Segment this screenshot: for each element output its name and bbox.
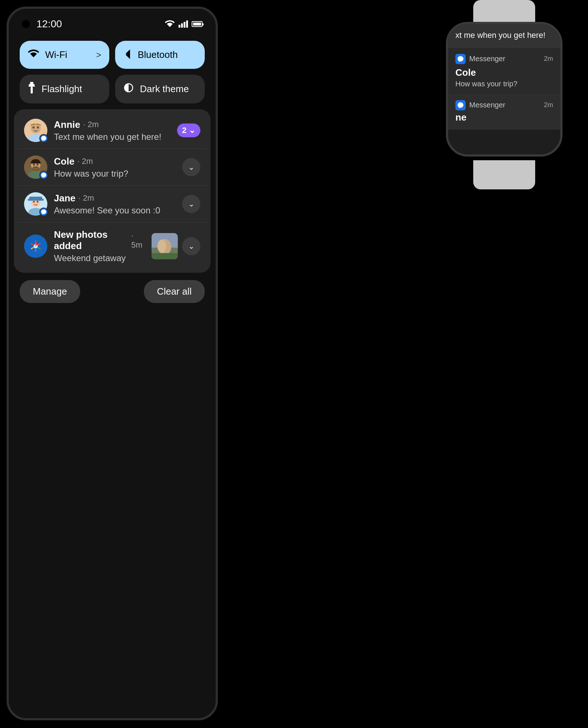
- phone-screen: 12:00: [9, 9, 216, 718]
- photos-thumbnail: [152, 233, 178, 259]
- svg-line-22: [38, 243, 40, 245]
- battery-icon: [192, 21, 203, 27]
- jane-message: Awesome! See you soon :0: [54, 205, 176, 216]
- annie-sender: Annie: [54, 119, 80, 130]
- flashlight-tile-icon: [28, 82, 36, 96]
- watch-band-bottom: [473, 160, 535, 189]
- cole-message: How was your trip?: [54, 169, 176, 179]
- svg-point-30: [157, 240, 166, 253]
- wifi-arrow-icon: >: [96, 50, 101, 60]
- phone-device: 12:00: [7, 7, 218, 720]
- notification-annie[interactable]: Annie · 2m Text me when you get here! 2 …: [17, 112, 208, 149]
- svg-line-26: [31, 243, 34, 245]
- cole-messenger-badge: [39, 171, 48, 180]
- photos-sender: New photos added: [54, 229, 128, 252]
- jane-notif-content: Jane · 2m Awesome! See you soon :0: [54, 193, 176, 216]
- watch-bottom-app-name: Messenger: [469, 101, 540, 109]
- watch-bottom-notification[interactable]: Messenger 2m ne: [448, 95, 560, 130]
- watch-top-message: xt me when you get here!: [455, 30, 553, 41]
- watch-main-notification[interactable]: Messenger 2m Cole How was your trip?: [448, 47, 560, 95]
- wifi-tile-icon: [28, 49, 39, 61]
- notification-cole[interactable]: Cole · 2m How was your trip? ⌄: [17, 149, 208, 186]
- jane-notif-header: Jane · 2m: [54, 193, 176, 204]
- dark-theme-tile-icon: [123, 82, 134, 96]
- bluetooth-tile-icon: [123, 48, 132, 62]
- svg-point-12: [32, 166, 39, 170]
- cole-notif-header: Cole · 2m: [54, 156, 176, 167]
- notification-photos[interactable]: New photos added · 5m Weekend getaway: [17, 223, 208, 270]
- bottom-buttons-row: Manage Clear all: [9, 273, 216, 313]
- annie-count: 2: [182, 126, 187, 135]
- phone-body: 12:00: [7, 7, 218, 720]
- annie-actions: 2 ⌄: [177, 123, 200, 137]
- svg-rect-0: [30, 82, 34, 84]
- cole-expand-button[interactable]: ⌄: [182, 158, 200, 176]
- flashlight-tile[interactable]: Flashlight: [20, 75, 109, 103]
- annie-avatar-wrap: [24, 119, 47, 142]
- qs-row-2: Flashlight Dark theme: [20, 75, 205, 103]
- bluetooth-tile-label: Bluetooth: [138, 49, 178, 60]
- svg-point-17: [37, 201, 39, 203]
- svg-rect-1: [31, 87, 33, 94]
- photos-app-icon: [24, 235, 47, 258]
- flashlight-tile-label: Flashlight: [42, 83, 82, 95]
- annie-notif-content: Annie · 2m Text me when you get here!: [54, 119, 170, 142]
- dark-theme-tile-label: Dark theme: [140, 83, 189, 95]
- annie-messenger-badge: [39, 134, 48, 143]
- status-time-area: 12:00: [22, 18, 62, 30]
- camera-dot: [22, 20, 30, 28]
- jane-sender: Jane: [54, 193, 75, 204]
- photos-message: Weekend getaway: [54, 253, 145, 263]
- watch-top-notification[interactable]: xt me when you get here!: [448, 24, 560, 47]
- cole-notif-content: Cole · 2m How was your trip?: [54, 156, 176, 179]
- jane-expand-button[interactable]: ⌄: [182, 195, 200, 213]
- photos-notif-content: New photos added · 5m Weekend getaway: [54, 229, 145, 263]
- svg-rect-19: [28, 199, 44, 201]
- status-icons: [165, 20, 203, 28]
- watch-bottom-header: Messenger 2m: [455, 100, 553, 110]
- photos-time: · 5m: [131, 231, 145, 250]
- notifications-panel: Annie · 2m Text me when you get here! 2 …: [14, 109, 211, 273]
- svg-line-25: [31, 247, 34, 249]
- watch-bottom-time: 2m: [544, 101, 553, 109]
- svg-line-23: [38, 247, 40, 249]
- qs-row-1: Wi-Fi > Bluetooth: [20, 41, 205, 69]
- dark-theme-tile[interactable]: Dark theme: [115, 75, 205, 103]
- watch-messenger-icon: [455, 54, 466, 64]
- jane-actions: ⌄: [182, 195, 200, 213]
- wifi-tile[interactable]: Wi-Fi >: [20, 41, 109, 69]
- annie-count-badge[interactable]: 2 ⌄: [177, 123, 200, 137]
- annie-time: · 2m: [83, 120, 99, 129]
- svg-point-6: [37, 126, 39, 129]
- jane-avatar-wrap: [24, 192, 47, 216]
- cole-actions: ⌄: [182, 158, 200, 176]
- photos-expand-button[interactable]: ⌄: [182, 237, 200, 255]
- notification-jane[interactable]: Jane · 2m Awesome! See you soon :0 ⌄: [17, 186, 208, 223]
- svg-point-11: [37, 164, 39, 166]
- jane-time: · 2m: [78, 193, 94, 203]
- photos-avatar-wrap: [24, 235, 47, 258]
- cole-time: · 2m: [77, 157, 93, 166]
- watch-bottom-messenger-icon: [455, 100, 466, 110]
- svg-point-5: [32, 126, 35, 129]
- photos-actions: ⌄: [152, 233, 200, 259]
- watch-notif-header: Messenger 2m: [455, 54, 553, 64]
- watch-bottom-sender-partial: ne: [455, 112, 553, 123]
- bluetooth-tile[interactable]: Bluetooth: [115, 41, 205, 69]
- annie-notif-header: Annie · 2m: [54, 119, 170, 130]
- cole-avatar-wrap: [24, 156, 47, 179]
- signal-bars-icon: [179, 20, 188, 28]
- clear-all-button[interactable]: Clear all: [144, 280, 205, 303]
- clock: 12:00: [36, 18, 62, 30]
- watch-sender: Cole: [455, 67, 553, 78]
- jane-messenger-badge: [39, 208, 48, 216]
- watch-body: xt me when you get here! Messenger 2m Co…: [446, 22, 562, 157]
- svg-point-16: [33, 201, 35, 203]
- watch-notif-time: 2m: [544, 55, 553, 63]
- watch-screen: xt me when you get here! Messenger 2m Co…: [448, 24, 560, 154]
- annie-message: Text me when you get here!: [54, 132, 170, 142]
- manage-button[interactable]: Manage: [20, 280, 80, 303]
- photos-notif-header: New photos added · 5m: [54, 229, 145, 252]
- watch-device: xt me when you get here! Messenger 2m Co…: [442, 0, 566, 189]
- cole-sender: Cole: [54, 156, 74, 167]
